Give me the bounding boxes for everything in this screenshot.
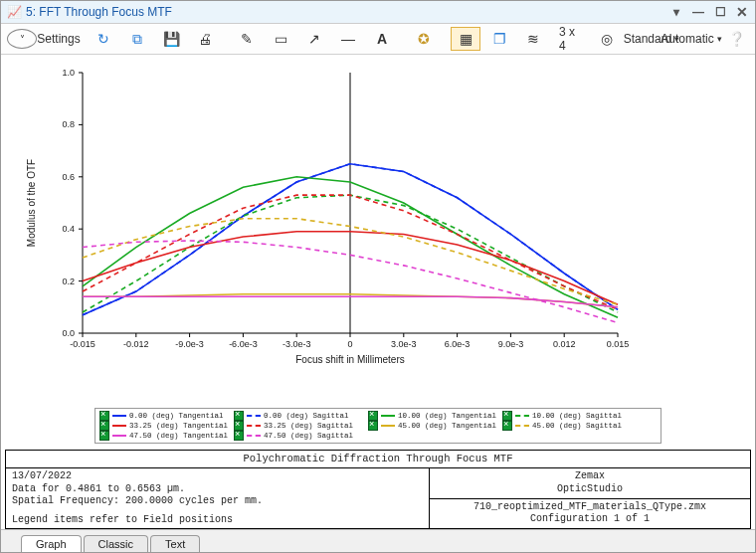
grid-view-icon[interactable]: ▦ — [451, 27, 480, 51]
expand-icon[interactable]: ˅ — [7, 29, 37, 49]
info-legend-note: Legend items refer to Field positions — [12, 514, 423, 527]
svg-text:-3.0e-3: -3.0e-3 — [283, 339, 311, 349]
info-file: 710_reoptimized_MTF_materials_QType.zmx … — [430, 498, 751, 529]
info-spatial-freq: Spatial Frequency: 200.0000 cycles per m… — [12, 495, 423, 508]
svg-text:0.8: 0.8 — [62, 119, 75, 129]
pin-icon[interactable]: ✪ — [409, 27, 439, 51]
tab-text[interactable]: Text — [150, 535, 200, 552]
tab-classic[interactable]: Classic — [84, 535, 148, 552]
window-title: 5: FFT Through Focus MTF — [26, 5, 669, 19]
svg-text:Focus shift in Millimeters: Focus shift in Millimeters — [295, 354, 404, 365]
info-date: 13/07/2022 — [12, 470, 423, 483]
tab-graph[interactable]: Graph — [21, 535, 82, 552]
dropdown-icon[interactable]: ▾ — [669, 5, 683, 19]
maximize-button[interactable]: ☐ — [713, 5, 727, 19]
settings-button[interactable]: Settings — [41, 27, 77, 51]
help-icon[interactable]: ❔ — [721, 27, 751, 51]
legend-item: 47.50 (deg) Sagittal — [234, 431, 368, 441]
titlebar: 📈 5: FFT Through Focus MTF ▾ — ☐ ✕ — [1, 1, 755, 24]
svg-text:0.6: 0.6 — [62, 172, 75, 182]
tabstrip: Graph Classic Text — [1, 529, 755, 552]
chart-area: 0.00.20.40.60.81.0-0.015-0.012-9.0e-3-6.… — [1, 55, 755, 404]
info-data-for: Data for 0.4861 to 0.6563 µm. — [12, 483, 423, 496]
svg-text:6.0e-3: 6.0e-3 — [445, 339, 471, 349]
svg-text:9.0e-3: 9.0e-3 — [498, 339, 524, 349]
window-icon[interactable]: ❐ — [484, 27, 514, 51]
print-icon[interactable]: 🖨 — [190, 27, 220, 51]
toolbar: ˅ Settings ↻ ⧉ 💾 🖨 ✎ ▭ ↗ — A ✪ ▦ ❐ ≋ 3 x… — [1, 24, 755, 55]
stack-icon[interactable]: ≋ — [518, 27, 548, 51]
svg-text:0.2: 0.2 — [62, 276, 75, 286]
close-button[interactable]: ✕ — [735, 6, 749, 18]
info-title: Polychromatic Diffraction Through Focus … — [6, 450, 751, 467]
line-icon[interactable]: — — [333, 27, 363, 51]
info-left: 13/07/2022 Data for 0.4861 to 0.6563 µm.… — [6, 468, 430, 529]
grid-size-label[interactable]: 3 x 4 — [552, 27, 588, 51]
svg-text:Modulus of the OTF: Modulus of the OTF — [26, 159, 37, 247]
svg-text:3.0e-3: 3.0e-3 — [391, 339, 417, 349]
svg-text:1.0: 1.0 — [62, 68, 75, 78]
svg-text:0.015: 0.015 — [607, 339, 630, 349]
info-brand: Zemax OpticStudio — [430, 468, 751, 499]
svg-text:-9.0e-3: -9.0e-3 — [175, 339, 204, 349]
minimize-button[interactable]: — — [691, 5, 705, 19]
svg-text:-6.0e-3: -6.0e-3 — [229, 339, 258, 349]
legend-item: 47.50 (deg) Tangential — [99, 431, 234, 441]
rectangle-icon[interactable]: ▭ — [266, 27, 295, 51]
arrow-icon[interactable]: ↗ — [299, 27, 329, 51]
refresh-icon[interactable]: ↻ — [89, 27, 118, 51]
svg-text:0.4: 0.4 — [62, 224, 75, 234]
svg-text:-0.012: -0.012 — [123, 339, 149, 349]
svg-text:0: 0 — [347, 339, 352, 349]
svg-text:0.0: 0.0 — [62, 328, 75, 338]
info-table: Polychromatic Diffraction Through Focus … — [5, 450, 751, 529]
app-icon: 📈 — [7, 5, 22, 19]
automatic-dropdown[interactable]: Automatic▾ — [673, 27, 709, 51]
text-tool-icon[interactable]: A — [367, 27, 397, 51]
pencil-icon[interactable]: ✎ — [232, 27, 262, 51]
target-icon[interactable]: ◎ — [592, 27, 622, 51]
svg-text:0.012: 0.012 — [553, 339, 576, 349]
mtf-chart: 0.00.20.40.60.81.0-0.015-0.012-9.0e-3-6.… — [1, 55, 755, 423]
copy-icon[interactable]: ⧉ — [122, 27, 152, 51]
save-icon[interactable]: 💾 — [156, 27, 186, 51]
svg-text:-0.015: -0.015 — [70, 339, 95, 349]
